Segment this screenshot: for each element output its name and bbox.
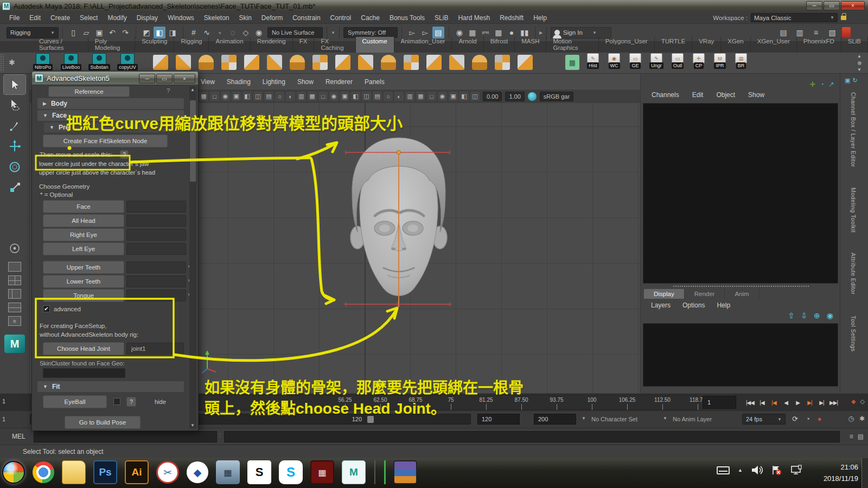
layers-menu-layers[interactable]: Layers (646, 301, 675, 309)
menu-skin[interactable]: Skin (234, 14, 257, 22)
tab-render[interactable]: Render (685, 289, 725, 299)
camera-select-icon[interactable]: ▦ (199, 92, 208, 101)
tray-expand-icon[interactable]: ▲ (738, 467, 743, 473)
layout-outliner-icon[interactable] (8, 303, 21, 312)
plugin-icon[interactable]: ◧ (459, 92, 469, 101)
winrar-icon[interactable] (393, 460, 417, 484)
tongue-button[interactable]: Tongue (43, 289, 124, 302)
scroll-down-icon[interactable]: ▼ (857, 67, 861, 72)
panel-divider[interactable] (673, 286, 809, 287)
image-plane-icon[interactable]: ◧ (242, 92, 252, 101)
redshift-icon[interactable] (842, 27, 851, 38)
menu-edit[interactable]: Edit (24, 14, 46, 22)
grid-icon[interactable]: ○ (275, 92, 284, 101)
workspace-icon[interactable]: ▣ (845, 77, 850, 84)
layout-list-icon[interactable]: ≡ (8, 316, 21, 326)
as5-title-bar[interactable]: M AdvancedSkeleton5 ─ ▭ × (31, 71, 199, 85)
move-layer-up-icon[interactable]: ⇧ (788, 311, 795, 320)
character-set-field[interactable]: No Character Set (591, 416, 637, 422)
menu-constrain[interactable]: Constrain (288, 14, 325, 22)
channels-menu-channels[interactable]: Channels (646, 91, 685, 99)
left-eye-field[interactable] (126, 243, 186, 255)
edge-icon[interactable] (449, 55, 464, 70)
menu-bonus-tools[interactable]: Bonus Tools (385, 14, 430, 22)
action-center-flag-icon[interactable] (771, 465, 782, 476)
slack-icon[interactable]: S (247, 460, 271, 484)
snipping-tool-icon[interactable]: ✂ (156, 461, 179, 484)
workspace-dropdown[interactable]: Maya Classic ▼ (751, 13, 838, 22)
scrollbar-thumb[interactable] (190, 100, 196, 182)
cube-icon[interactable] (312, 55, 328, 70)
play-forwards-button[interactable]: ▶ (792, 395, 803, 409)
graph-icon[interactable]: ↗ (828, 80, 834, 88)
liveboo-icon[interactable] (64, 53, 78, 65)
safe-action-icon[interactable]: ◉ (329, 92, 339, 101)
live-surface-field[interactable]: No Live Surface (267, 27, 323, 38)
color-managed-icon[interactable] (528, 92, 537, 101)
menu-skeleton[interactable]: Skeleton (199, 14, 234, 22)
shelf-gear-icon[interactable]: ✱ (9, 58, 15, 67)
new-layer-selected-icon[interactable]: ◉ (827, 311, 833, 320)
strip-tool-settings[interactable]: Tool Settings (850, 316, 857, 352)
dots-icon[interactable] (290, 55, 305, 70)
reference-button[interactable]: Reference (48, 86, 130, 97)
shelf-tab-turtle[interactable]: TURTLE (655, 37, 693, 53)
menu-modify[interactable]: Modify (103, 14, 131, 22)
fps-dropdown[interactable]: 24 fps ▼ (742, 414, 786, 425)
shelf-tab-animation-user[interactable]: Animation_User (394, 37, 452, 53)
shelf-item-br[interactable]: ▤BR (733, 53, 749, 69)
cylinder-icon[interactable] (244, 55, 259, 70)
lock-icon[interactable] (841, 16, 846, 20)
pipe-icon[interactable] (358, 55, 373, 70)
panel-menu-lighting[interactable]: Lighting (257, 78, 291, 86)
substan-icon[interactable] (92, 53, 106, 65)
speed-dial-icon[interactable]: ◔ (820, 80, 824, 88)
shelf-tab-animation[interactable]: Animation (209, 37, 250, 53)
shaded-icon[interactable]: ◫ (362, 92, 371, 101)
menu-windows[interactable]: Windows (163, 14, 199, 22)
menu-deform[interactable]: Deform (257, 14, 288, 22)
section-face[interactable]: ▼Face (37, 110, 184, 121)
panel-menu-view[interactable]: View (195, 78, 220, 86)
skincluster-field[interactable] (43, 368, 125, 378)
shelf-tab-custome[interactable]: Custome (356, 37, 394, 53)
shelf-tab-arnold[interactable]: Arnold (452, 37, 483, 53)
advancedskeleton-window[interactable]: M AdvancedSkeleton5 ─ ▭ × Reference ? ▶B… (31, 71, 199, 431)
shelf-tab-fx[interactable]: FX (293, 37, 315, 53)
shelf-tab-fx-caching[interactable]: FX Caching (314, 37, 355, 53)
go-to-start-button[interactable]: |◀◀ (744, 395, 756, 409)
picpick-icon[interactable]: ◆ (187, 461, 208, 483)
title-bar[interactable]: M Autodesk Maya 2018: F:\ALL_Project\adv… (0, 0, 868, 12)
rotate-tool[interactable] (4, 157, 25, 177)
lower-teeth-button[interactable]: Lower Teeth (43, 275, 124, 288)
shelf-tab-bifrost[interactable]: Bifrost (484, 37, 515, 53)
current-frame-field[interactable]: 1 (703, 396, 736, 409)
menu-create[interactable]: Create (46, 14, 75, 22)
menu-slib[interactable]: SLiB (430, 14, 453, 22)
tab-display[interactable]: Display (644, 289, 685, 299)
lights-icon[interactable]: ○ (384, 92, 393, 101)
advanced-checkbox[interactable]: ✔ (43, 305, 50, 312)
range-slider-handle[interactable] (367, 416, 374, 423)
layout-two-pane-icon[interactable] (8, 289, 21, 299)
range-start-field[interactable]: 120 (477, 414, 520, 425)
nitropo-icon[interactable] (36, 53, 50, 65)
scroll-up-icon[interactable]: ▲ (190, 87, 195, 92)
select-tool[interactable] (4, 75, 25, 94)
section-fit[interactable]: ▼Fit (37, 381, 184, 392)
shelf-tab-poly-modeling[interactable]: Poly Modeling (88, 37, 135, 53)
skype-icon[interactable]: S (279, 460, 303, 484)
shelf-tab-curves-surfaces[interactable]: Curves / Surfaces (33, 37, 88, 53)
gamma-field[interactable]: 1.00 (505, 92, 524, 101)
play-backwards-button[interactable]: ◀ (780, 395, 792, 409)
menu-redshift[interactable]: Redshift (495, 14, 528, 22)
copyuv-icon[interactable] (120, 53, 135, 65)
menu-display[interactable]: Display (132, 14, 163, 22)
snapshot-icon[interactable]: ◫ (470, 92, 480, 101)
channel-box[interactable] (643, 103, 838, 284)
ao-icon[interactable]: ▥ (405, 92, 414, 101)
quad-draw-icon[interactable] (176, 55, 191, 70)
as5-minimize-button[interactable]: ─ (139, 74, 155, 84)
recorder-icon[interactable]: ▦ (310, 460, 334, 484)
menu-file[interactable]: File (4, 14, 24, 22)
